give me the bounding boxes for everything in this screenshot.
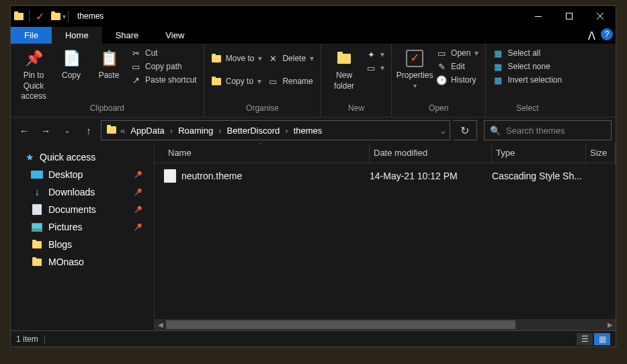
open-button[interactable]: ▭Open ▾ xyxy=(436,48,478,58)
sidebar[interactable]: ★ Quick access Desktop 📍 ↓ Downloads 📍 D… xyxy=(11,143,155,330)
invert-icon: ▦ xyxy=(493,75,503,85)
copyto-icon xyxy=(211,76,222,87)
select-all-icon: ▦ xyxy=(493,48,503,58)
select-none-icon: ▦ xyxy=(493,61,503,72)
address-bar[interactable]: « AppData› Roaming› BetterDiscord› theme… xyxy=(101,120,450,140)
pin-icon: 📍 xyxy=(131,220,145,234)
chevron-right-icon[interactable]: › xyxy=(217,126,222,136)
scroll-track[interactable] xyxy=(166,319,604,330)
tab-file[interactable]: File xyxy=(11,27,52,44)
new-item-button[interactable]: ✦▾ xyxy=(366,49,384,60)
status-bar: 1 item | ☰ ▦ xyxy=(11,330,616,347)
pin-icon: 📌 xyxy=(23,48,44,69)
crumb-roaming[interactable]: Roaming xyxy=(174,126,217,136)
scroll-left-icon[interactable]: ◀ xyxy=(155,319,166,330)
copy-icon: 📄 xyxy=(60,48,82,69)
rename-button[interactable]: ▭Rename xyxy=(267,76,314,87)
ribbon-group-open: ✓ Properties▾ ▭Open ▾ ✎Edit 🕑History Ope… xyxy=(392,44,486,117)
ribbon-group-organise: Move to ▾ Copy to ▾ ✕Delete ▾ ▭Rename Or… xyxy=(204,44,321,117)
pin-icon: 📍 xyxy=(131,203,145,217)
help-button[interactable]: ? xyxy=(601,28,613,40)
qa-folder-icon[interactable] xyxy=(50,11,61,21)
copy-button[interactable]: 📄 Copy xyxy=(52,45,90,81)
cut-button[interactable]: ✂Cut xyxy=(130,48,197,58)
crumb-betterdiscord[interactable]: BetterDiscord xyxy=(223,126,284,136)
copy-path-button[interactable]: ▭Copy path xyxy=(130,61,197,72)
pin-quick-access-button[interactable]: 📌 Pin to Quick access xyxy=(15,45,52,102)
paste-button[interactable]: 📋 Paste xyxy=(90,45,128,81)
folder-icon xyxy=(107,126,116,136)
desktop-icon xyxy=(31,170,43,179)
item-count: 1 item xyxy=(16,334,38,344)
up-button[interactable]: ↑ xyxy=(79,121,98,140)
ribbon-group-select: ▦Select all ▦Select none ▦Invert selecti… xyxy=(486,44,569,117)
sidebar-item-blogs[interactable]: Blogs xyxy=(11,236,154,253)
addr-dropdown-icon[interactable]: ⌄ xyxy=(440,126,447,136)
invert-selection-button[interactable]: ▦Invert selection xyxy=(493,75,562,85)
folder-icon xyxy=(31,257,43,267)
maximize-button[interactable] xyxy=(554,6,585,26)
folder-icon xyxy=(31,240,43,249)
explorer-window: ✓ ▾ themes File Home Share View ᐱ ? 📌 Pi… xyxy=(10,5,616,347)
paste-shortcut-button[interactable]: ↗Paste shortcut xyxy=(130,75,197,85)
new-folder-button[interactable]: New folder xyxy=(325,45,363,91)
sort-indicator-icon: ⌃ xyxy=(258,143,263,148)
file-list-pane: Name Date modified Type Size ⌃ neutron.t… xyxy=(155,143,616,330)
history-icon: 🕑 xyxy=(436,75,447,85)
chevron-right-icon[interactable]: › xyxy=(169,126,174,136)
paste-icon: 📋 xyxy=(98,48,120,69)
sidebar-item-documents[interactable]: Documents 📍 xyxy=(11,201,154,218)
crumb-appdata[interactable]: AppData xyxy=(126,126,169,136)
scroll-thumb[interactable] xyxy=(166,320,515,329)
tab-share[interactable]: Share xyxy=(102,27,153,44)
path-icon: ▭ xyxy=(130,61,141,72)
properties-button[interactable]: ✓ Properties▾ xyxy=(396,45,433,90)
delete-button[interactable]: ✕Delete ▾ xyxy=(267,53,314,64)
horizontal-scrollbar[interactable]: ◀ ▶ xyxy=(155,319,616,330)
sidebar-item-desktop[interactable]: Desktop 📍 xyxy=(11,166,154,183)
scroll-right-icon[interactable]: ▶ xyxy=(604,319,616,330)
search-box[interactable]: 🔍 Search themes xyxy=(484,120,612,140)
file-name: neutron.theme xyxy=(181,171,242,181)
easy-access-button[interactable]: ▭▾ xyxy=(366,62,384,73)
minimize-button[interactable] xyxy=(523,6,554,26)
tab-home[interactable]: Home xyxy=(52,27,102,44)
select-none-button[interactable]: ▦Select none xyxy=(493,61,562,72)
recent-button[interactable]: ⌄ xyxy=(58,121,77,140)
folder-icon xyxy=(13,11,24,21)
open-icon: ▭ xyxy=(436,48,447,58)
download-icon: ↓ xyxy=(31,187,43,197)
sidebar-item-monaso[interactable]: MOnaso xyxy=(11,253,154,271)
close-button[interactable] xyxy=(585,6,616,26)
details-view-button[interactable]: ☰ xyxy=(577,333,593,345)
forward-button[interactable]: → xyxy=(36,121,55,140)
ribbon: 📌 Pin to Quick access 📄 Copy 📋 Paste ✂Cu… xyxy=(11,44,616,118)
sidebar-item-downloads[interactable]: ↓ Downloads 📍 xyxy=(11,183,154,201)
file-list[interactable]: neutron.theme 14-May-21 10:12 PM Cascadi… xyxy=(155,163,616,319)
history-button[interactable]: 🕑History xyxy=(436,75,478,85)
titlebar[interactable]: ✓ ▾ themes xyxy=(11,6,616,26)
refresh-button[interactable]: ↻ xyxy=(453,120,477,140)
move-to-button[interactable]: Move to ▾ xyxy=(211,53,263,64)
search-placeholder: Search themes xyxy=(506,126,565,136)
thumbnails-view-button[interactable]: ▦ xyxy=(594,333,610,345)
ribbon-group-clipboard: 📌 Pin to Quick access 📄 Copy 📋 Paste ✂Cu… xyxy=(11,44,204,117)
star-icon: ★ xyxy=(26,152,34,163)
qa-save-icon[interactable]: ✓ xyxy=(34,11,45,21)
crumb-themes[interactable]: themes xyxy=(290,126,327,136)
scissors-icon: ✂ xyxy=(130,48,141,58)
edit-button[interactable]: ✎Edit xyxy=(436,61,478,72)
sidebar-quick-access[interactable]: ★ Quick access xyxy=(11,148,154,166)
file-row[interactable]: neutron.theme 14-May-21 10:12 PM Cascadi… xyxy=(155,166,616,186)
back-button[interactable]: ← xyxy=(15,121,34,140)
window-title: themes xyxy=(77,11,103,21)
copy-to-button[interactable]: Copy to ▾ xyxy=(211,76,263,87)
collapse-ribbon-icon[interactable]: ᐱ xyxy=(588,30,595,42)
svg-rect-0 xyxy=(535,16,542,17)
sidebar-item-pictures[interactable]: Pictures 📍 xyxy=(11,218,154,236)
select-all-button[interactable]: ▦Select all xyxy=(493,48,562,58)
chevron-icon[interactable]: « xyxy=(119,126,126,136)
chevron-right-icon[interactable]: › xyxy=(284,126,289,136)
tab-view[interactable]: View xyxy=(152,27,198,44)
file-date: 14-May-21 10:12 PM xyxy=(370,171,492,181)
